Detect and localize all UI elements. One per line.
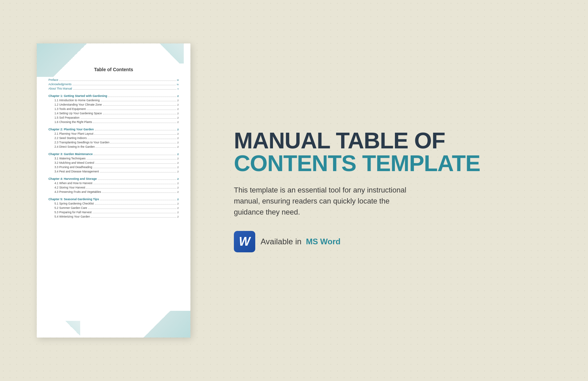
deco-top-right-shape xyxy=(144,43,184,64)
toc-entry-about: About This Manual v xyxy=(48,87,179,90)
preface-dots xyxy=(59,81,176,81)
toc-entry-4-1: 4.1 When and How to Harvest 2 xyxy=(48,181,179,185)
chapter-3-heading: Chapter 3: Garden Maintenance 2 xyxy=(48,152,179,156)
deco-top xyxy=(37,43,190,77)
toc-chapter-5-section: Chapter 5: Seasonal Gardening Tips 2 5.1… xyxy=(48,198,179,218)
available-label: Available in xyxy=(261,237,301,246)
toc-entry-4-3: 4.3 Preserving Fruits and Vegetables 2 xyxy=(48,190,179,194)
preface-page: iii xyxy=(177,79,179,82)
chapter-2-heading: Chapter 2: Planting Your Garden 2 xyxy=(48,128,179,131)
chapter-5-heading: Chapter 5: Seasonal Gardening Tips 2 xyxy=(48,198,179,201)
ms-word-icon: W xyxy=(234,231,255,252)
toc-entry-5-3: 5.3 Preparing for Fall Harvest 2 xyxy=(48,211,179,214)
toc-entry-2-4: 2.4 Direct Sowing in the Garden 2 xyxy=(48,145,179,148)
word-letter: W xyxy=(239,235,250,249)
preface-label: Preface xyxy=(48,78,58,82)
toc-entry-4-2: 4.2 Storing Your Harvest 2 xyxy=(48,186,179,189)
deco-bottom-left-shape xyxy=(47,321,80,338)
toc-entry-1-4: 1.4 Setting Up Your Gardening Space 2 xyxy=(48,112,179,115)
available-text: Available in MS Word xyxy=(261,237,340,246)
available-badge: W Available in MS Word xyxy=(234,231,561,252)
toc-entry-1-5: 1.5 Soil Preparation 2 xyxy=(48,116,179,119)
toc-entry-preface: Preface iii xyxy=(48,78,179,82)
chapter-1-heading: Chapter 1: Getting Started with Gardenin… xyxy=(48,94,179,98)
acknowledgments-page: iv xyxy=(177,83,179,86)
toc-chapter-1-section: Chapter 1: Getting Started with Gardenin… xyxy=(48,94,179,124)
toc-chapter-2-section: Chapter 2: Planting Your Garden 2 2.1 Pl… xyxy=(48,128,179,148)
toc-chapter-4-section: Chapter 4: Harvesting and Storage 2 4.1 … xyxy=(48,177,179,194)
deco-bottom xyxy=(37,311,190,338)
toc-entry-3-4: 3.4 Pest and Disease Management 2 xyxy=(48,170,179,173)
about-label: About This Manual xyxy=(48,87,72,90)
toc-entry-2-3: 2.3 Transplanting Seedlings to Your Gard… xyxy=(48,141,179,144)
document-page: Table of Contents Preface iii Acknowledg… xyxy=(37,43,190,338)
toc-entry-5-1: 5.1 Spring Gardening Checklist 2 xyxy=(48,202,179,205)
acknowledgments-label: Acknowledgments xyxy=(48,83,71,86)
toc-entry-1-3: 1.3 Tools and Equipment 2 xyxy=(48,107,179,111)
available-app: MS Word xyxy=(306,237,341,246)
acknowledgments-dots xyxy=(72,85,176,85)
toc-entry-5-2: 5.2 Summer Garden Care 2 xyxy=(48,206,179,210)
chapter-1-page: 2 xyxy=(177,95,179,98)
chapter-1-dots xyxy=(108,97,176,97)
deco-top-left-shape xyxy=(37,43,104,77)
about-page: v xyxy=(177,87,179,90)
toc-entry-2-1: 2.1 Planning Your Plant Layout 2 xyxy=(48,132,179,135)
toc-entry-5-4: 5.4 Winterizing Your Garden 2 xyxy=(48,215,179,218)
chapter-1-label: Chapter 1: Getting Started with Gardenin… xyxy=(48,94,107,98)
about-dots xyxy=(73,89,176,90)
toc-top-level-section: Preface iii Acknowledgments iv About Thi… xyxy=(48,78,179,90)
toc-entry-2-2: 2.2 Seed Starting Indoors 2 xyxy=(48,136,179,140)
toc-entry-1-6: 1.6 Choosing the Right Plants 2 xyxy=(48,120,179,124)
chapter-4-heading: Chapter 4: Harvesting and Storage 2 xyxy=(48,177,179,180)
document-preview-area: Table of Contents Preface iii Acknowledg… xyxy=(0,0,207,381)
toc-entry-3-3: 3.3 Pruning and Deadheading 2 xyxy=(48,165,179,169)
right-panel: MANUAL TABLE OF CONTENTS TEMPLATE This t… xyxy=(207,0,588,381)
description-text: This template is an essential tool for a… xyxy=(234,184,421,218)
toc-entry-3-1: 3.1 Watering Techniques 2 xyxy=(48,157,179,160)
toc-chapter-3-section: Chapter 3: Garden Maintenance 2 3.1 Wate… xyxy=(48,152,179,173)
toc-entry-acknowledgments: Acknowledgments iv xyxy=(48,83,179,86)
toc-entry-1-1: 1.1 Introduction to Home Gardening 2 xyxy=(48,99,179,102)
main-title-line1: MANUAL TABLE OF xyxy=(234,129,561,152)
main-title-line2: CONTENTS TEMPLATE xyxy=(234,152,561,174)
deco-bottom-right-shape xyxy=(124,311,190,338)
toc-entry-3-2: 3.2 Mulching and Weed Control 2 xyxy=(48,161,179,164)
toc-entry-1-2: 1.2 Understanding Your Climate Zone 2 xyxy=(48,103,179,106)
